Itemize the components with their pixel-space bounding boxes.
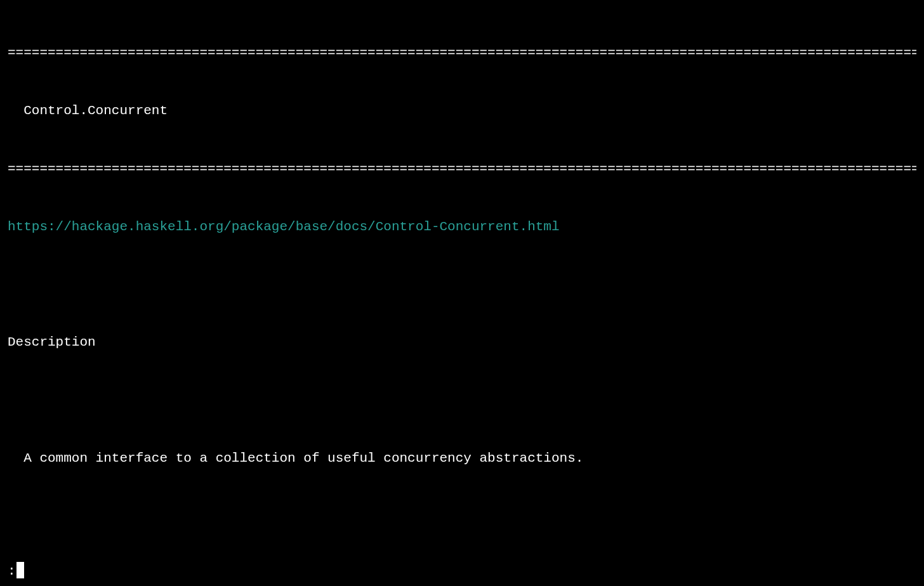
blank-line: [8, 391, 916, 410]
blank-line: [8, 275, 916, 294]
blank-line: [8, 507, 916, 526]
description-body: A common interface to a collection of us…: [8, 449, 916, 468]
cursor-icon: [16, 562, 25, 578]
pager-prompt[interactable]: :: [8, 562, 24, 581]
doc-url-link[interactable]: https://hackage.haskell.org/package/base…: [8, 219, 560, 234]
blank-line: [8, 565, 916, 584]
divider-top: ========================================…: [8, 44, 916, 63]
module-title: Control.Concurrent: [8, 101, 916, 120]
terminal-output: ========================================…: [0, 0, 924, 586]
description-heading: Description: [8, 333, 916, 352]
divider-bottom: ========================================…: [8, 160, 916, 179]
